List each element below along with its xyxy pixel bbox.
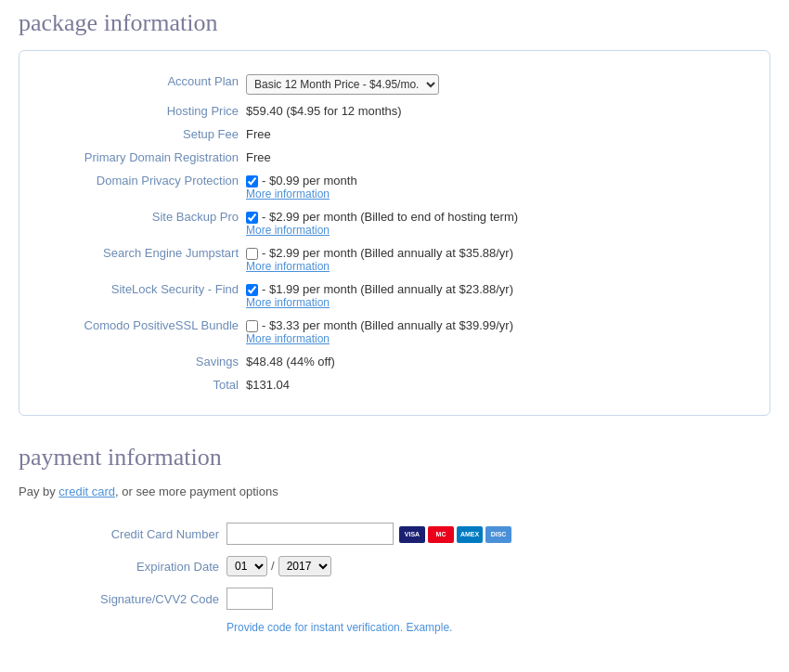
package-label-2: Setup Fee	[38, 123, 242, 146]
package-label-6: Search Engine Jumpstart	[38, 241, 242, 278]
package-value-2: Free	[242, 123, 751, 146]
package-value-8: - $3.33 per month (Billed annually at $3…	[242, 314, 751, 350]
checkbox-search-engine-jumpstart[interactable]	[246, 248, 258, 260]
package-label-4: Domain Privacy Protection	[38, 169, 242, 205]
package-label-5: Site Backup Pro	[38, 205, 242, 241]
credit-card-input[interactable]	[226, 523, 394, 545]
account-plan-select[interactable]: Basic 12 Month Price - $4.95/mo.Basic 6 …	[246, 74, 439, 95]
checkbox-comodo-positivessl-bundle[interactable]	[246, 320, 258, 332]
checkbox-label-8: - $3.33 per month (Billed annually at $3…	[262, 318, 513, 332]
payment-row-2: Signature/CVV2 Code	[19, 582, 770, 615]
package-label-10: Total	[38, 373, 242, 396]
payment-label-0: Credit Card Number	[19, 517, 223, 550]
package-label-9: Savings	[38, 350, 242, 373]
payment-section-title: payment information	[19, 444, 770, 472]
payment-row-0: Credit Card NumberVISAMCAMEXDISC	[19, 517, 770, 550]
card-icon-visa: VISA	[399, 526, 425, 543]
pay-note-prefix: Pay by	[19, 485, 58, 498]
more-info-link-7[interactable]: More information	[246, 296, 747, 309]
expiry-month-select[interactable]: 010203040506070809101112	[226, 556, 267, 576]
package-row: Total$131.04	[38, 373, 751, 396]
package-info-table: Account PlanBasic 12 Month Price - $4.95…	[38, 70, 751, 396]
payment-label-2: Signature/CVV2 Code	[19, 582, 223, 615]
package-value-5: - $2.99 per month (Billed to end of host…	[242, 205, 751, 241]
package-label-3: Primary Domain Registration	[38, 146, 242, 169]
package-row: Site Backup Pro- $2.99 per month (Billed…	[38, 205, 751, 241]
package-value-10: $131.04	[242, 373, 751, 396]
package-row: Account PlanBasic 12 Month Price - $4.95…	[38, 70, 751, 99]
checkbox-domain-privacy-protection[interactable]	[246, 175, 258, 187]
more-info-link-5[interactable]: More information	[246, 224, 747, 237]
credit-card-link[interactable]: credit card	[58, 485, 115, 498]
checkbox-label-7: - $1.99 per month (Billed annually at $2…	[262, 282, 513, 296]
more-info-link-8[interactable]: More information	[246, 332, 747, 345]
package-row: Hosting Price$59.40 ($4.95 for 12 months…	[38, 99, 751, 123]
card-icon-disc: DISC	[485, 526, 511, 543]
package-row: Comodo PositiveSSL Bundle- $3.33 per mon…	[38, 314, 751, 350]
checkbox-label-5: - $2.99 per month (Billed to end of host…	[262, 210, 518, 224]
card-icons: VISAMCAMEXDISC	[399, 526, 511, 543]
package-value-9: $48.48 (44% off)	[242, 350, 751, 373]
checkbox-label-4: - $0.99 per month	[262, 174, 357, 187]
package-row: Savings$48.48 (44% off)	[38, 350, 751, 373]
package-label-1: Hosting Price	[38, 99, 242, 123]
cvv-note: Provide code for instant verification. E…	[226, 621, 770, 634]
package-row: Search Engine Jumpstart- $2.99 per month…	[38, 241, 751, 278]
payment-value-1: 010203040506070809101112/201720182019202…	[223, 550, 770, 582]
package-label-8: Comodo PositiveSSL Bundle	[38, 314, 242, 350]
package-label-7: SiteLock Security - Find	[38, 278, 242, 314]
more-info-link-6[interactable]: More information	[246, 260, 747, 273]
payment-row-1: Expiration Date010203040506070809101112/…	[19, 550, 770, 582]
package-row: Primary Domain RegistrationFree	[38, 146, 751, 169]
more-info-link-4[interactable]: More information	[246, 187, 747, 200]
pay-note-suffix: , or see more payment options	[115, 485, 278, 498]
package-value-4: - $0.99 per monthMore information	[242, 169, 751, 205]
package-box: Account PlanBasic 12 Month Price - $4.95…	[19, 50, 770, 416]
card-icon-amex: AMEX	[457, 526, 483, 543]
payment-value-2	[223, 582, 770, 615]
package-value-3: Free	[242, 146, 751, 169]
package-value-7: - $1.99 per month (Billed annually at $2…	[242, 278, 751, 314]
package-label-0: Account Plan	[38, 70, 242, 99]
payment-label-1: Expiration Date	[19, 550, 223, 582]
package-row: Domain Privacy Protection- $0.99 per mon…	[38, 169, 751, 205]
payment-value-0: VISAMCAMEXDISC	[223, 517, 770, 550]
package-value-1: $59.40 ($4.95 for 12 months)	[242, 99, 751, 123]
expiry-separator: /	[271, 559, 275, 573]
checkbox-site-backup-pro[interactable]	[246, 212, 258, 224]
cvv-input[interactable]	[226, 588, 273, 610]
payment-table: Credit Card NumberVISAMCAMEXDISCExpirati…	[19, 517, 770, 615]
package-section: package information Account PlanBasic 12…	[19, 9, 770, 416]
card-icon-mc: MC	[428, 526, 454, 543]
package-row: Setup FeeFree	[38, 123, 751, 146]
package-value-0: Basic 12 Month Price - $4.95/mo.Basic 6 …	[242, 70, 751, 99]
checkbox-sitelock-security---find[interactable]	[246, 284, 258, 296]
checkbox-label-6: - $2.99 per month (Billed annually at $3…	[262, 246, 513, 260]
payment-section: payment information Pay by credit card, …	[19, 444, 770, 634]
pay-note: Pay by credit card, or see more payment …	[19, 485, 770, 498]
expiry-year-select[interactable]: 201720182019202020212022202320242025	[278, 556, 331, 576]
package-row: SiteLock Security - Find- $1.99 per mont…	[38, 278, 751, 314]
package-value-6: - $2.99 per month (Billed annually at $3…	[242, 241, 751, 278]
package-section-title: package information	[19, 9, 770, 37]
